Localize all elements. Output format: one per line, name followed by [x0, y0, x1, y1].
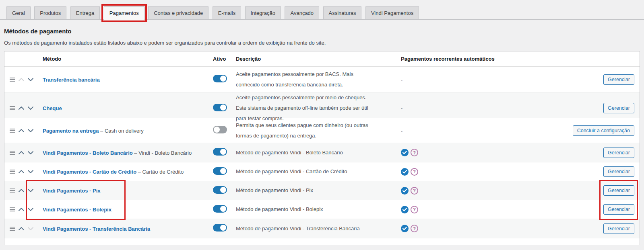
chevron-down-icon[interactable] [28, 151, 33, 154]
method-link[interactable]: Vindi Pagamentos - Cartão de Crédito [43, 169, 136, 175]
recurring-value: - [401, 105, 402, 111]
tab-contas-e-privacidade[interactable]: Contas e privacidade [148, 6, 208, 20]
check-circle-icon [401, 206, 409, 213]
active-toggle[interactable] [213, 186, 227, 194]
drag-handle-icon[interactable] [10, 227, 15, 231]
payment-method-row: Vindi Pagamentos - Boleto Bancário – Vin… [4, 143, 640, 162]
drag-handle-icon[interactable] [10, 189, 15, 193]
chevron-down-icon[interactable] [28, 170, 33, 173]
column-header-recurring: Pagamentos recorrentes automáticos [401, 56, 563, 62]
method-link[interactable]: Pagamento na entrega [43, 128, 99, 134]
method-link[interactable]: Vindi Pagamentos - Bolepix [43, 207, 111, 213]
drag-handle-icon[interactable] [10, 78, 15, 82]
manage-button[interactable]: Gerenciar [603, 204, 634, 215]
active-toggle[interactable] [213, 167, 227, 175]
payment-method-row: Vindi Pagamentos - Bolepix Método de pag… [4, 200, 640, 219]
finish-setup-button[interactable]: Concluir a configuração [573, 125, 634, 136]
settings-tabbar: Geral Produtos Entrega Pagamentos Contas… [0, 0, 644, 20]
method-description: Método de pagamento Vindi - Boleto Bancá… [236, 148, 385, 158]
active-toggle[interactable] [213, 75, 227, 82]
manage-button[interactable]: Gerenciar [603, 148, 634, 158]
tab-vindi-pagamentos[interactable]: Vindi Pagamentos [365, 6, 419, 20]
drag-handle-icon[interactable] [10, 129, 15, 133]
chevron-up-icon[interactable] [19, 107, 24, 110]
active-toggle[interactable] [213, 224, 227, 232]
method-description: Método de pagamento Vindi - Cartão de Cr… [236, 166, 385, 177]
method-link[interactable]: Vindi Pagamentos - Transferência Bancári… [43, 226, 150, 232]
method-suffix: – Cash on delivery [99, 128, 143, 134]
method-description: Método de pagamento Vindi - Transferênci… [236, 223, 385, 234]
method-description: Método de pagamento Vindi - Pix [236, 185, 385, 196]
method-suffix: – Cartão de Crédito [136, 169, 184, 175]
column-header-method: Método [43, 56, 213, 62]
method-description: Permita que seus clientes pague com dinh… [236, 120, 385, 141]
active-toggle[interactable] [213, 205, 227, 213]
chevron-up-icon[interactable] [19, 129, 24, 132]
help-circle-icon[interactable] [411, 206, 418, 213]
chevron-down-icon[interactable] [28, 208, 33, 211]
chevron-up-icon[interactable] [19, 170, 24, 173]
chevron-down-icon[interactable] [28, 129, 33, 132]
manage-button[interactable]: Gerenciar [603, 74, 634, 85]
chevron-down-icon[interactable] [28, 189, 33, 192]
recurring-value: - [401, 128, 402, 134]
check-circle-icon [401, 187, 409, 195]
manage-button[interactable]: Gerenciar [603, 166, 634, 177]
tab-entrega[interactable]: Entrega [70, 6, 100, 20]
chevron-down-icon[interactable] [28, 227, 33, 230]
tab-geral[interactable]: Geral [6, 6, 31, 20]
tab-avancado[interactable]: Avançado [285, 6, 319, 20]
drag-handle-icon[interactable] [10, 170, 15, 174]
page-title: Métodos de pagamento [4, 28, 644, 35]
column-header-description: Descrição [236, 56, 401, 62]
drag-handle-icon[interactable] [10, 106, 15, 110]
page-description: Os métodos de pagamento instalados estão… [4, 40, 644, 46]
method-description: Aceite pagamentos pessoalmente por meio … [236, 92, 385, 124]
tab-integracao[interactable]: Integração [245, 6, 281, 20]
active-toggle[interactable] [213, 104, 227, 111]
method-link[interactable]: Transferência bancária [43, 77, 100, 83]
manage-button[interactable]: Gerenciar [603, 103, 634, 113]
chevron-up-icon[interactable] [19, 78, 24, 81]
manage-button[interactable]: Gerenciar [603, 223, 634, 234]
chevron-up-icon[interactable] [19, 227, 24, 230]
payment-method-row: Pagamento na entrega – Cash on delivery … [4, 118, 640, 143]
tab-assinaturas[interactable]: Assinaturas [323, 6, 362, 20]
column-header-active: Ativo [213, 56, 236, 62]
manage-button[interactable]: Gerenciar [603, 185, 634, 196]
tab-pagamentos[interactable]: Pagamentos [104, 6, 144, 20]
method-link[interactable]: Vindi Pagamentos - Pix [43, 188, 101, 194]
method-suffix: – Vindi - Boleto Bancário [133, 150, 192, 156]
payment-method-row: Vindi Pagamentos - Cartão de Crédito – C… [4, 162, 640, 181]
payment-method-row: Transferência bancária Aceite pagamentos… [4, 67, 640, 92]
help-circle-icon[interactable] [411, 168, 418, 176]
payment-method-row: Vindi Pagamentos - Transferência Bancári… [4, 219, 640, 238]
chevron-down-icon[interactable] [28, 78, 33, 81]
method-link[interactable]: Vindi Pagamentos - Boleto Bancário [43, 150, 133, 156]
check-circle-icon [401, 149, 409, 156]
help-circle-icon[interactable] [411, 187, 418, 195]
chevron-up-icon[interactable] [19, 208, 24, 211]
check-circle-icon [401, 168, 409, 176]
active-toggle[interactable] [213, 126, 227, 133]
payment-method-row: Vindi Pagamentos - Pix Método de pagamen… [4, 181, 640, 200]
tab-produtos[interactable]: Produtos [34, 6, 66, 20]
recurring-value: - [401, 77, 402, 83]
check-circle-icon [401, 225, 409, 232]
method-link[interactable]: Cheque [43, 105, 62, 111]
method-description: Aceite pagamentos pessoalmente por BACS.… [236, 69, 385, 90]
method-description: Método de pagamento Vindi - Bolepix [236, 204, 385, 215]
chevron-up-icon[interactable] [19, 189, 24, 192]
active-toggle[interactable] [213, 148, 227, 156]
table-header-row: Método Ativo Descrição Pagamentos recorr… [4, 51, 640, 67]
help-circle-icon[interactable] [411, 225, 418, 232]
chevron-up-icon[interactable] [19, 151, 24, 154]
tab-emails[interactable]: E-mails [213, 6, 241, 20]
drag-handle-icon[interactable] [10, 207, 15, 211]
chevron-down-icon[interactable] [28, 107, 33, 110]
payment-method-row: Cheque Aceite pagamentos pessoalmente po… [4, 92, 640, 118]
drag-handle-icon[interactable] [10, 151, 15, 155]
payment-methods-table: Método Ativo Descrição Pagamentos recorr… [4, 51, 640, 245]
help-circle-icon[interactable] [411, 149, 418, 156]
